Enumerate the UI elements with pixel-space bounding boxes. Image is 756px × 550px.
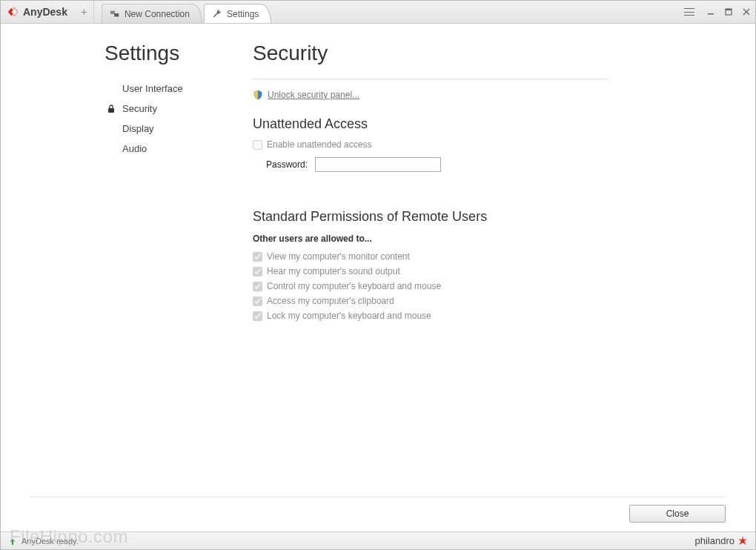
status-left: AnyDesk ready.	[8, 537, 79, 546]
perm-checkbox[interactable]	[253, 296, 262, 306]
sidebar-item-user-interface[interactable]: User Interface	[105, 79, 238, 99]
statusbar: FileHippo.com AnyDesk ready. philandro	[1, 531, 755, 549]
perm-control-kbm[interactable]: Control my computer's keyboard and mouse	[253, 281, 726, 291]
status-text: AnyDesk ready.	[21, 537, 79, 546]
perm-checkbox[interactable]	[253, 282, 262, 291]
perm-label: Lock my computer's keyboard and mouse	[267, 311, 431, 321]
status-ready-icon	[8, 537, 17, 546]
perm-label: View my computer's monitor content	[267, 251, 410, 262]
enable-unattended-checkbox[interactable]	[253, 140, 262, 150]
sidebar-item-display[interactable]: Display	[105, 119, 238, 139]
svg-rect-3	[114, 13, 119, 16]
tab-strip: New Connection Settings	[102, 1, 273, 23]
app-logo-block: AnyDesk	[1, 1, 75, 23]
svg-rect-6	[726, 9, 732, 10]
new-tab-button[interactable]: +	[75, 1, 94, 23]
vendor-name: philandro	[695, 535, 735, 546]
perm-lock-kbm[interactable]: Lock my computer's keyboard and mouse	[253, 311, 726, 321]
unlock-row: Unlock security panel...	[253, 90, 726, 100]
perm-clipboard[interactable]: Access my computer's clipboard	[253, 296, 726, 306]
close-window-button[interactable]	[737, 4, 755, 20]
sidebar-item-label: Security	[122, 103, 157, 114]
unlock-security-link[interactable]: Unlock security panel...	[268, 90, 359, 100]
perm-label: Control my computer's keyboard and mouse	[267, 281, 441, 291]
svg-rect-4	[708, 13, 714, 15]
close-button[interactable]: Close	[629, 505, 726, 523]
perm-label: Hear my computer's sound output	[267, 266, 400, 276]
unattended-title: Unattended Access	[253, 116, 726, 132]
enable-unattended-row[interactable]: Enable unattended access	[253, 139, 726, 150]
password-row: Password:	[266, 157, 726, 172]
wrench-icon	[212, 9, 222, 19]
button-bar: Close	[629, 505, 726, 523]
maximize-button[interactable]	[720, 4, 737, 20]
settings-main: Security Unlock security panel... Unatte…	[238, 42, 726, 531]
sidebar-item-label: Display	[122, 123, 154, 134]
perm-checkbox[interactable]	[253, 252, 262, 262]
window-controls	[681, 1, 755, 23]
minimize-button[interactable]	[702, 4, 720, 20]
page-title: Security	[253, 42, 726, 65]
password-label: Password:	[266, 159, 308, 170]
enable-unattended-label: Enable unattended access	[267, 139, 371, 150]
divider	[253, 79, 609, 79]
permissions-title: Standard Permissions of Remote Users	[253, 209, 726, 225]
perm-checkbox[interactable]	[253, 311, 262, 321]
sidebar-title: Settings	[105, 42, 238, 65]
perm-hear-sound[interactable]: Hear my computer's sound output	[253, 266, 726, 276]
permissions-subtitle: Other users are allowed to...	[253, 233, 726, 244]
sidebar-item-label: User Interface	[122, 83, 183, 94]
anydesk-logo-icon	[8, 7, 19, 17]
tab-settings[interactable]: Settings	[204, 4, 271, 23]
password-input[interactable]	[315, 157, 441, 172]
connection-icon	[110, 9, 120, 19]
content-area: Settings User Interface Security Display…	[1, 24, 755, 531]
sidebar-item-security[interactable]: Security	[105, 99, 238, 119]
tab-label: Settings	[227, 9, 259, 19]
menu-button[interactable]	[681, 4, 697, 20]
perm-view-monitor[interactable]: View my computer's monitor content	[253, 251, 726, 262]
permissions-list: View my computer's monitor content Hear …	[253, 251, 726, 321]
shield-icon	[253, 90, 263, 100]
app-name: AnyDesk	[23, 6, 67, 18]
titlebar: AnyDesk + New Connection Settings	[1, 1, 755, 24]
divider	[30, 497, 726, 497]
vendor-brand: philandro	[695, 535, 749, 546]
tab-new-connection[interactable]: New Connection	[102, 4, 202, 23]
sidebar-item-audio[interactable]: Audio	[105, 139, 238, 159]
lock-icon	[106, 105, 116, 113]
app-window: AnyDesk + New Connection Settings	[0, 0, 756, 550]
settings-sidebar: Settings User Interface Security Display…	[105, 42, 238, 531]
svg-rect-8	[12, 541, 13, 545]
sidebar-item-label: Audio	[122, 143, 147, 154]
perm-checkbox[interactable]	[253, 267, 262, 276]
vendor-star-icon	[737, 536, 748, 546]
svg-rect-2	[110, 10, 115, 13]
perm-label: Access my computer's clipboard	[267, 296, 394, 306]
tab-label: New Connection	[125, 9, 190, 19]
svg-rect-7	[108, 108, 114, 113]
